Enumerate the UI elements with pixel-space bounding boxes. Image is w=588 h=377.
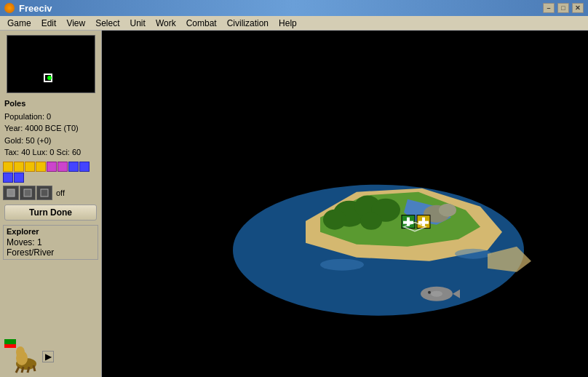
next-unit-button[interactable]: ▶ [42,351,54,362]
lux-icon-1 [47,162,57,172]
tax-icon-4 [36,162,46,172]
minimap[interactable] [7,35,95,93]
lux-icon-2 [57,162,68,172]
svg-point-11 [16,346,25,358]
unit-figure-icon-3 [39,188,50,198]
tax-icon-1 [3,162,13,172]
menubar: Game Edit View Select Unit Work Combat C… [0,16,588,31]
sci-icon-4 [14,172,24,183]
svg-line-8 [22,367,23,373]
resource-icons [0,160,101,184]
window-controls: – □ ✕ [543,3,584,13]
title-left: Freeciv [4,3,52,14]
menu-edit[interactable]: Edit [37,17,61,29]
turn-done-button[interactable]: Turn Done [4,205,97,221]
sci-icon-1 [68,162,79,172]
explorer-panel: Explorer Moves: 1 Forest/River [3,225,98,260]
menu-civilization[interactable]: Civilization [223,17,273,29]
menu-select[interactable]: Select [91,17,124,29]
unit-icon-box-1 [3,186,19,200]
island-terrain [211,105,546,325]
population-label: Population: 0 [4,111,97,123]
civ-name: Poles [4,98,97,110]
terrain-svg [211,105,546,323]
svg-point-18 [323,210,346,230]
app-icon [4,3,15,13]
unit-icon-box-3 [36,186,52,200]
gold-label: Gold: 50 (+0) [4,135,97,147]
svg-line-10 [33,365,35,371]
maximize-button[interactable]: □ [557,3,569,13]
minimize-button[interactable]: – [543,3,555,13]
explorer-terrain: Forest/River [7,247,95,258]
menu-game[interactable]: Game [3,17,36,29]
menu-view[interactable]: View [62,17,90,29]
svg-point-20 [360,213,382,230]
unit-display-area: ▶ [0,336,101,377]
tax-icon-2 [14,162,24,172]
off-status-label: off [56,188,65,197]
left-panel: Poles Population: 0 Year: 4000 BCE (T0) … [0,31,102,377]
year-label: Year: 4000 BCE (T0) [4,122,97,135]
unit-with-flag [4,339,39,374]
menu-unit[interactable]: Unit [126,17,150,29]
svg-rect-0 [7,189,15,197]
svg-rect-4 [4,344,16,348]
tax-label: Tax: 40 Lux: 0 Sci: 60 [4,146,97,159]
menu-combat[interactable]: Combat [182,17,221,29]
svg-point-34 [320,259,364,271]
svg-line-9 [28,367,29,373]
svg-rect-28 [418,221,429,224]
window-title: Freeciv [19,3,52,14]
menu-help[interactable]: Help [274,17,301,29]
tax-icon-3 [25,162,35,172]
svg-rect-1 [24,189,31,197]
close-button[interactable]: ✕ [572,3,584,13]
titlebar: Freeciv – □ ✕ [0,0,588,16]
svg-point-35 [455,249,491,259]
info-panel: Poles Population: 0 Year: 4000 BCE (T0) … [0,96,101,160]
svg-point-22 [439,204,456,217]
minimap-unit-dot [47,76,52,80]
unit-figure-icon [5,188,17,198]
sci-icon-3 [3,172,13,183]
explorer-title: Explorer [7,227,95,236]
unit-icon-box-2 [20,186,36,200]
explorer-moves: Moves: 1 [7,237,95,247]
unit-status-icons: off [0,184,101,202]
menu-work[interactable]: Work [151,17,180,29]
svg-line-7 [16,367,19,373]
game-viewport[interactable] [102,31,588,377]
unit-figure-icon-2 [22,188,33,198]
svg-point-32 [431,291,442,297]
main-area: Poles Population: 0 Year: 4000 BCE (T0) … [0,31,588,377]
svg-rect-2 [41,189,48,197]
svg-rect-3 [4,339,16,344]
unit-sprite [4,339,39,374]
sci-icon-2 [79,162,90,172]
svg-point-33 [428,291,431,294]
